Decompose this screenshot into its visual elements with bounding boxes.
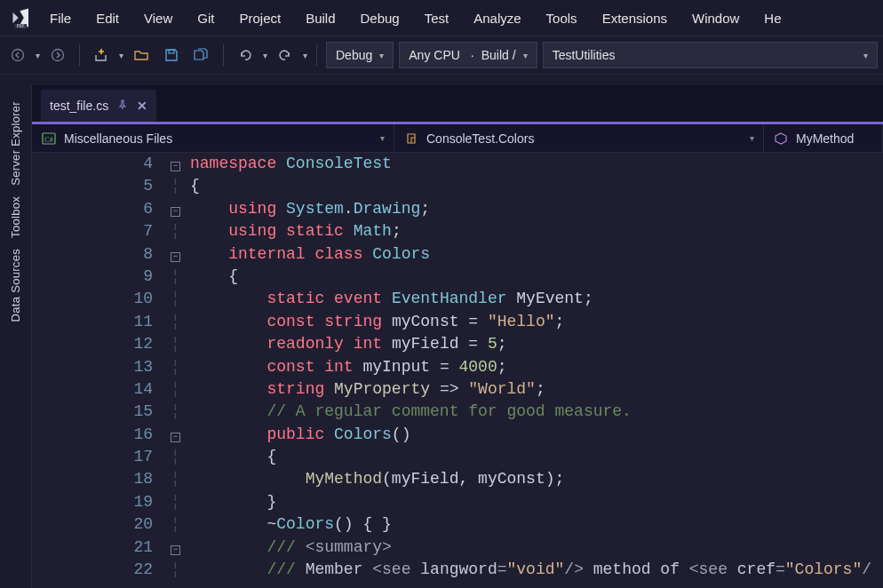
menu-debug[interactable]: Debug bbox=[348, 5, 412, 31]
menu-git[interactable]: Git bbox=[185, 5, 227, 31]
nav-member-value: MyMethod bbox=[796, 131, 854, 146]
nav-scope-select[interactable]: C# Miscellaneous Files ▾ bbox=[32, 124, 394, 152]
code-line[interactable]: static event EventHandler MyEvent; bbox=[190, 288, 883, 310]
menu-build[interactable]: Build bbox=[293, 5, 347, 31]
menu-test[interactable]: Test bbox=[412, 5, 462, 31]
menu-analyze[interactable]: Analyze bbox=[461, 5, 533, 31]
nav-type-select[interactable]: ConsoleTest.Colors ▾ bbox=[394, 124, 764, 152]
solution-platform-value: Any CPU bbox=[409, 48, 460, 62]
document-tab[interactable]: test_file.cs ✕ bbox=[41, 90, 156, 122]
svg-text:C#: C# bbox=[44, 136, 52, 144]
menu-file[interactable]: File bbox=[37, 5, 84, 31]
fold-toggle: ¦ bbox=[163, 311, 187, 333]
redo-split-icon[interactable]: ▾ bbox=[303, 51, 307, 60]
code-line[interactable]: MyMethod(myField, myConst); bbox=[190, 468, 883, 490]
save-all-button[interactable] bbox=[189, 43, 214, 68]
dock-tab-server-explorer[interactable]: Server Explorer bbox=[9, 96, 22, 191]
open-file-button[interactable] bbox=[129, 43, 154, 68]
new-project-split-icon[interactable]: ▾ bbox=[119, 51, 123, 60]
code-editor[interactable]: 45678910111213141516171819202122 −¦−¦−¦¦… bbox=[32, 153, 883, 588]
code-line[interactable]: const string myConst = "Hello"; bbox=[190, 311, 883, 333]
code-line[interactable]: internal class Colors bbox=[190, 243, 883, 266]
code-line[interactable]: /// <summary> bbox=[190, 536, 883, 559]
chevron-down-icon: ▾ bbox=[380, 133, 385, 143]
menu-extensions[interactable]: Extensions bbox=[590, 5, 680, 31]
menu-project[interactable]: Project bbox=[227, 5, 293, 31]
svg-point-2 bbox=[12, 50, 24, 61]
dock-tab-data-sources[interactable]: Data Sources bbox=[9, 243, 22, 327]
code-line[interactable]: public Colors() bbox=[190, 424, 883, 446]
svg-text:PRE: PRE bbox=[16, 23, 25, 28]
nav-member-select[interactable]: MyMethod bbox=[764, 124, 883, 152]
solution-platform-select[interactable]: Any CPU · Build / ▾ bbox=[399, 42, 537, 68]
fold-toggle: ¦ bbox=[163, 220, 187, 242]
startup-project-select[interactable]: TestUtilities▾ bbox=[543, 42, 878, 68]
code-line[interactable]: } bbox=[190, 491, 883, 513]
line-number: 18 bbox=[32, 468, 153, 490]
new-project-button[interactable] bbox=[89, 43, 114, 68]
class-icon bbox=[403, 131, 419, 147]
code-line[interactable]: string MyProperty => "World"; bbox=[190, 378, 883, 401]
code-line[interactable]: namespace ConsoleTest bbox=[190, 153, 883, 175]
nav-fwd-button[interactable] bbox=[45, 43, 70, 68]
close-tab-button[interactable]: ✕ bbox=[137, 99, 147, 113]
code-line[interactable]: /// Member <see langword="void"/> method… bbox=[190, 559, 883, 581]
fold-toggle: ¦ bbox=[163, 468, 187, 490]
csharp-file-icon: C# bbox=[41, 131, 57, 147]
line-number: 14 bbox=[32, 378, 153, 401]
line-number: 20 bbox=[32, 513, 153, 536]
chevron-down-icon: ▾ bbox=[750, 133, 754, 143]
line-number: 15 bbox=[32, 401, 153, 423]
line-number: 11 bbox=[32, 311, 153, 333]
code-line[interactable]: using static Math; bbox=[190, 220, 883, 242]
line-number: 19 bbox=[32, 491, 153, 513]
fold-toggle: ¦ bbox=[163, 491, 187, 513]
menu-edit[interactable]: Edit bbox=[84, 5, 131, 31]
document-tab-well: test_file.cs ✕ bbox=[32, 85, 883, 124]
dock-tab-toolbox[interactable]: Toolbox bbox=[9, 191, 22, 243]
code-text-area[interactable]: namespace ConsoleTest{ using System.Draw… bbox=[188, 153, 883, 588]
fold-toggle: ¦ bbox=[163, 333, 187, 355]
save-button[interactable] bbox=[159, 43, 184, 68]
document-tab-filename: test_file.cs bbox=[50, 99, 108, 113]
fold-toggle: ¦ bbox=[163, 288, 187, 310]
fold-toggle[interactable]: − bbox=[163, 198, 187, 220]
code-line[interactable]: ~Colors() { } bbox=[190, 513, 883, 536]
line-number: 9 bbox=[32, 266, 153, 288]
code-line[interactable]: { bbox=[190, 175, 883, 197]
menu-he[interactable]: He bbox=[752, 5, 793, 31]
line-number: 16 bbox=[32, 424, 153, 446]
solution-action-value: Build / bbox=[481, 48, 516, 62]
fold-toggle: ¦ bbox=[163, 446, 187, 468]
code-line[interactable]: { bbox=[190, 446, 883, 468]
menu-view[interactable]: View bbox=[131, 5, 185, 31]
fold-toggle[interactable]: − bbox=[163, 153, 187, 175]
code-line[interactable]: using System.Drawing; bbox=[190, 198, 883, 220]
undo-split-icon[interactable]: ▾ bbox=[263, 51, 267, 60]
menu-window[interactable]: Window bbox=[680, 5, 752, 31]
code-line[interactable]: readonly int myField = 5; bbox=[190, 333, 883, 355]
fold-toggle[interactable]: − bbox=[163, 424, 187, 446]
startup-project-value: TestUtilities bbox=[553, 48, 616, 62]
code-line[interactable]: { bbox=[190, 266, 883, 288]
menu-tools[interactable]: Tools bbox=[534, 5, 590, 31]
solution-config-select[interactable]: Debug▾ bbox=[326, 42, 394, 68]
pin-icon[interactable] bbox=[117, 99, 128, 113]
code-line[interactable]: const int myInput = 4000; bbox=[190, 356, 883, 378]
fold-toggle[interactable]: − bbox=[163, 243, 187, 266]
nav-back-split-icon[interactable]: ▾ bbox=[36, 51, 40, 60]
code-navigation-bar: C# Miscellaneous Files ▾ ConsoleTest.Col… bbox=[32, 124, 883, 153]
outlining-margin[interactable]: −¦−¦−¦¦¦¦¦¦¦−¦¦¦¦−¦ bbox=[163, 153, 188, 588]
code-line[interactable]: // A regular comment for good measure. bbox=[190, 401, 883, 423]
nav-back-button[interactable] bbox=[5, 43, 30, 68]
fold-toggle: ¦ bbox=[163, 559, 187, 581]
redo-button[interactable] bbox=[273, 43, 298, 68]
line-number: 4 bbox=[32, 153, 153, 175]
line-number: 7 bbox=[32, 220, 153, 242]
menu-bar: PRE FileEditViewGitProjectBuildDebugTest… bbox=[0, 0, 883, 36]
undo-button[interactable] bbox=[233, 43, 258, 68]
chevron-down-icon: ▾ bbox=[523, 51, 528, 60]
nav-type-value: ConsoleTest.Colors bbox=[426, 131, 534, 146]
fold-toggle[interactable]: − bbox=[163, 536, 187, 559]
fold-toggle: ¦ bbox=[163, 513, 187, 536]
